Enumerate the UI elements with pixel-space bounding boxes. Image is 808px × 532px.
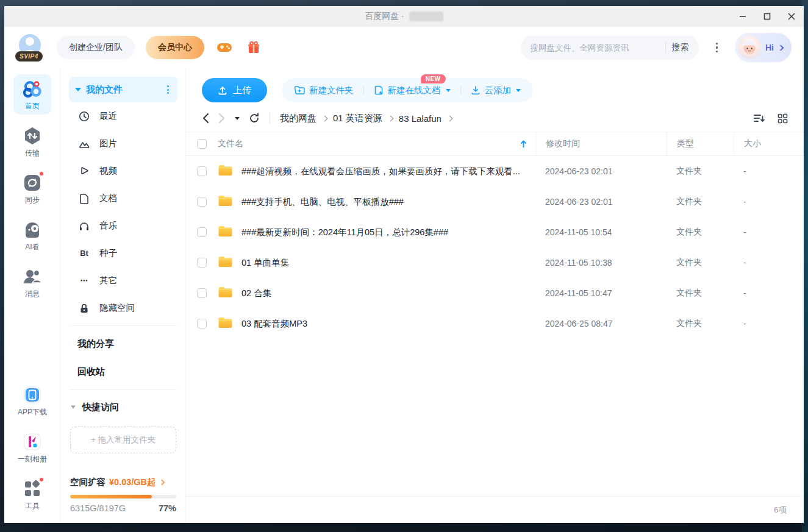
file-row[interactable]: ###超清视频，在线观看会压缩画质，如果要画质好，请下载下来观看... 2024… bbox=[186, 156, 804, 186]
history-dropdown-button[interactable] bbox=[235, 117, 240, 120]
user-profile-button[interactable]: Hi bbox=[735, 33, 792, 62]
sidebar-my-files[interactable]: 我的文件 bbox=[69, 77, 177, 102]
nav-label: AI看 bbox=[13, 242, 51, 252]
nav-item-transfer[interactable]: 传输 bbox=[13, 121, 51, 161]
row-checkbox[interactable] bbox=[197, 288, 207, 298]
nav-item-yike-album[interactable]: 一刻相册 bbox=[13, 427, 51, 467]
new-doc-icon bbox=[374, 85, 384, 96]
cloud-add-button[interactable]: 云添加 bbox=[471, 85, 521, 96]
window-title-user-redacted bbox=[409, 12, 443, 21]
ai-view-icon bbox=[22, 219, 43, 240]
folder-icon bbox=[218, 164, 233, 179]
sidebar-item-recent[interactable]: 最近 bbox=[69, 102, 177, 130]
column-modified[interactable]: 修改时间 bbox=[535, 132, 667, 155]
sidebar-item-videos[interactable]: 视频 bbox=[69, 157, 177, 185]
new-online-doc-button[interactable]: NEW 新建在线文档 bbox=[374, 85, 451, 96]
breadcrumb-item[interactable]: 83 Lalafun bbox=[399, 113, 442, 124]
select-all-checkbox[interactable] bbox=[197, 139, 207, 149]
nav-item-home[interactable]: 首页 bbox=[13, 74, 51, 115]
file-row[interactable]: 02 合集 2024-11-05 10:47 文件夹 - bbox=[186, 278, 804, 308]
breadcrumb-item[interactable]: 01 英语资源 bbox=[333, 113, 382, 124]
maximize-button[interactable] bbox=[755, 6, 779, 27]
file-name[interactable]: ###超清视频，在线观看会压缩画质，如果要画质好，请下载下来观看... bbox=[241, 166, 520, 177]
search-button[interactable]: 搜索 bbox=[672, 42, 689, 53]
sidebar-item-documents[interactable]: 文档 bbox=[69, 185, 177, 212]
breadcrumb-item[interactable]: 我的网盘 bbox=[280, 113, 316, 124]
nav-item-tools[interactable]: 工具 bbox=[13, 474, 51, 514]
file-name[interactable]: 03 配套音频MP3 bbox=[241, 318, 307, 330]
gift-button[interactable] bbox=[245, 38, 263, 57]
sort-list-icon bbox=[753, 113, 765, 123]
sidebar-item-torrents[interactable]: Bt 种子 bbox=[69, 239, 177, 267]
drop-folder-zone[interactable]: + 拖入常用文件夹 bbox=[70, 427, 176, 453]
file-row[interactable]: ###支持手机、电脑、电视、平板播放### 2024-06-23 02:01 文… bbox=[186, 186, 804, 217]
file-name[interactable]: 01 单曲单集 bbox=[241, 257, 289, 269]
clock-icon bbox=[79, 111, 90, 122]
storage-percent: 77% bbox=[159, 503, 176, 513]
more-menu-button[interactable] bbox=[710, 39, 724, 57]
file-type: 文件夹 bbox=[667, 186, 734, 217]
sort-button[interactable] bbox=[753, 113, 765, 123]
row-checkbox[interactable] bbox=[197, 227, 207, 237]
sidebar-quick-access[interactable]: 快捷访问 bbox=[69, 394, 177, 420]
sidebar-item-other[interactable]: ⋯ 其它 bbox=[69, 267, 177, 294]
file-sidebar: 我的文件 最近 图片 bbox=[61, 68, 186, 523]
nav-item-sync[interactable]: 同步 bbox=[13, 168, 51, 208]
row-checkbox[interactable] bbox=[197, 166, 207, 176]
row-checkbox[interactable] bbox=[197, 197, 207, 207]
svip-badge: SVIP4 bbox=[15, 51, 43, 62]
create-team-button[interactable]: 创建企业/团队 bbox=[57, 36, 135, 59]
minimize-button[interactable] bbox=[731, 6, 755, 27]
sidebar-item-music[interactable]: 音乐 bbox=[69, 212, 177, 239]
sort-asc-icon[interactable] bbox=[520, 140, 527, 148]
row-checkbox[interactable] bbox=[197, 319, 207, 328]
folder-icon bbox=[218, 255, 233, 271]
file-type: 文件夹 bbox=[667, 247, 734, 278]
games-button[interactable] bbox=[215, 38, 234, 57]
upload-button[interactable]: 上传 bbox=[202, 78, 267, 102]
account-logo[interactable]: SVIP4 bbox=[16, 32, 46, 63]
my-files-more-icon[interactable] bbox=[165, 83, 171, 96]
search-input[interactable] bbox=[531, 43, 659, 52]
row-checkbox[interactable] bbox=[197, 258, 207, 268]
sidebar-item-recycle-bin[interactable]: 回收站 bbox=[69, 358, 177, 386]
nav-item-app-download[interactable]: APP下载 bbox=[13, 380, 51, 420]
forward-button[interactable] bbox=[218, 113, 226, 124]
storage-expand-link[interactable]: 空间扩容 ¥0.03/GB起 bbox=[70, 477, 176, 488]
file-size: - bbox=[734, 278, 804, 308]
back-button[interactable] bbox=[202, 113, 209, 124]
file-row[interactable]: 03 配套音频MP3 2024-06-25 08:47 文件夹 - bbox=[186, 308, 804, 339]
nav-item-messages[interactable]: 消息 bbox=[13, 262, 51, 302]
file-row[interactable]: 01 单曲单集 2024-11-05 10:38 文件夹 - bbox=[186, 247, 804, 278]
file-name[interactable]: ###最新更新时间：2024年11月05日，总计296集### bbox=[241, 227, 448, 238]
item-count: 6项 bbox=[774, 505, 787, 516]
file-type: 文件夹 bbox=[667, 217, 734, 247]
table-header: 文件名 修改时间 类型 大小 bbox=[186, 132, 804, 156]
file-name[interactable]: 02 合集 bbox=[241, 288, 271, 299]
nav-label: 同步 bbox=[13, 195, 51, 205]
file-name[interactable]: ###支持手机、电脑、电视、平板播放### bbox=[241, 196, 404, 208]
empty-area bbox=[186, 339, 804, 496]
refresh-button[interactable] bbox=[249, 113, 260, 124]
new-folder-button[interactable]: 新建文件夹 bbox=[294, 85, 354, 96]
sidebar-item-pictures[interactable]: 图片 bbox=[69, 130, 177, 157]
column-size[interactable]: 大小 bbox=[734, 132, 804, 155]
column-type[interactable]: 类型 bbox=[667, 132, 734, 155]
file-size: - bbox=[734, 308, 804, 339]
title-bar[interactable]: 百度网盘 · bbox=[4, 6, 804, 27]
sidebar-item-my-share[interactable]: 我的分享 bbox=[69, 330, 177, 358]
folder-icon bbox=[218, 225, 233, 240]
nav-rail: 首页 传输 同步 bbox=[4, 68, 61, 523]
divider bbox=[363, 85, 364, 95]
vip-center-button[interactable]: 会员中心 bbox=[146, 36, 204, 59]
column-name[interactable]: 文件名 bbox=[218, 138, 243, 149]
baidu-netdisk-window: 百度网盘 · SVIP4 创建企业/团队 bbox=[4, 6, 804, 523]
grid-view-button[interactable] bbox=[778, 113, 788, 124]
chevron-down-icon bbox=[446, 89, 451, 92]
close-button[interactable] bbox=[779, 6, 804, 27]
sidebar-item-hidden-space[interactable]: 隐藏空间 bbox=[69, 294, 177, 322]
nav-item-ai-view[interactable]: AI看 bbox=[13, 215, 51, 255]
chevron-down-icon bbox=[75, 88, 81, 91]
file-size: - bbox=[734, 156, 804, 186]
file-row[interactable]: ###最新更新时间：2024年11月05日，总计296集### 2024-11-… bbox=[186, 217, 804, 247]
